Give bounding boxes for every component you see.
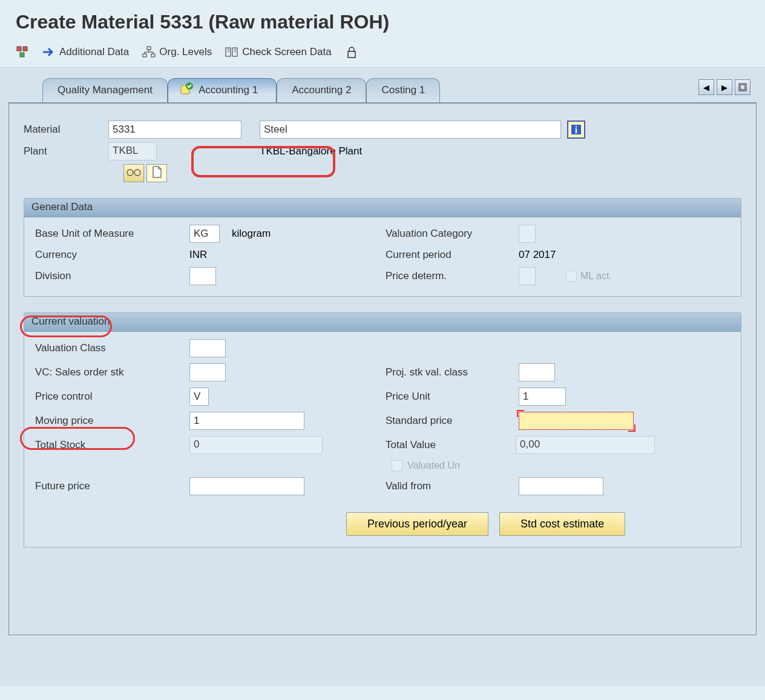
page-button[interactable] [146,164,167,182]
svg-rect-8 [348,51,355,58]
std-price-input[interactable] [519,412,634,430]
currency-value: INR [189,249,207,261]
valuation-class-input[interactable] [189,339,226,357]
svg-rect-6 [226,48,231,56]
tab-scroll-left[interactable]: ◀ [698,79,714,95]
lock-icon [345,45,358,59]
plant-label: Plant [24,145,108,157]
svg-point-15 [127,170,133,176]
svg-rect-2 [20,53,24,57]
org-levels-button[interactable]: Org. Levels [142,45,212,59]
svg-rect-7 [232,48,237,56]
previous-period-button[interactable]: Previous period/year [346,512,488,536]
valuation-category-label: Valuation Category [386,228,513,240]
tab-accounting-1[interactable]: Accounting 1 [168,78,277,102]
tab-costing-1[interactable]: Costing 1 [366,78,440,102]
current-period-value: 07 2017 [519,249,556,261]
plant-desc: TKBL-Bangalore Plant [260,145,362,157]
general-data-group: General Data Base Unit of Measure kilogr… [24,198,741,297]
total-stock-value: 0 [189,436,323,454]
moving-price-label: Moving price [35,415,183,427]
svg-rect-3 [147,47,151,50]
tab-accounting-2[interactable]: Accounting 2 [277,78,366,102]
tab-scroll-right[interactable]: ▶ [717,79,732,95]
additional-data-label: Additional Data [59,46,129,58]
lock-button[interactable] [345,45,358,59]
moving-price-input[interactable] [189,412,304,430]
toolbar: Additional Data Org. Levels Check Screen… [0,39,765,68]
svg-rect-4 [143,54,146,57]
plant-value: TKBL [108,142,157,160]
material-label: Material [24,124,108,136]
material-desc-input[interactable] [260,121,561,139]
current-period-label: Current period [386,249,513,261]
price-determ-label: Price determ. [386,270,513,282]
tab-content-accounting1: Material i Plant TKBL TKBL-Bangalore Pla… [8,102,757,635]
total-value-value: 0,00 [516,436,655,454]
svg-rect-1 [23,47,27,51]
total-stock-label: Total Stock [35,439,183,451]
info-icon[interactable]: i [567,121,585,139]
std-price-label: Standard price [386,415,513,427]
vc-sales-label: VC: Sales order stk [35,366,183,378]
price-unit-input[interactable] [519,388,566,406]
page-icon [151,166,162,180]
material-input[interactable] [108,121,241,139]
std-cost-estimate-button[interactable]: Std cost estimate [499,512,625,536]
price-unit-label: Price Unit [386,391,513,403]
price-determ-value [519,267,536,285]
check-screen-button[interactable]: Check Screen Data [225,45,331,59]
base-uom-label: Base Unit of Measure [35,228,183,240]
tab-active-icon [180,82,194,98]
ml-act-label: ML act. [580,271,612,282]
additional-data-button[interactable]: Additional Data [42,45,129,59]
hierarchy-icon [142,45,156,59]
vc-sales-input[interactable] [189,363,226,381]
svg-text:i: i [575,125,578,135]
org-levels-label: Org. Levels [159,46,212,58]
division-label: Division [35,270,183,282]
proj-stk-label: Proj. stk val. class [386,366,513,378]
tab-strip: Quality Management Accounting 1 Accounti… [8,68,757,102]
svg-rect-5 [151,54,155,57]
future-price-input[interactable] [189,477,304,495]
current-valuation-group: Current valuation Valuation Class VC: Sa… [24,312,741,547]
division-input[interactable] [189,267,216,285]
glasses-icon [126,168,142,179]
valuated-un-label: Valuated Un [407,460,460,471]
display-button[interactable] [123,164,144,182]
tab-scroll-group: ◀ ▶ [698,79,750,95]
arrow-right-icon [42,45,56,59]
proj-stk-input[interactable] [519,363,555,381]
svg-point-16 [134,170,140,176]
current-valuation-header: Current valuation [24,313,741,332]
valuation-class-label: Valuation Class [35,342,183,354]
svg-rect-12 [740,85,745,90]
total-value-label: Total Value [386,439,510,451]
price-control-input[interactable] [189,388,209,406]
base-uom-desc: kilogram [232,228,271,240]
ml-act-checkbox [566,271,577,282]
page-title: Create Material 5331 (Raw material ROH) [0,0,765,39]
check-data-icon [225,45,238,59]
check-screen-label: Check Screen Data [242,46,331,58]
valid-from-label: Valid from [386,480,513,492]
base-uom-input[interactable] [189,225,220,243]
tree-button[interactable] [16,45,29,59]
svg-rect-0 [17,47,21,51]
tab-quality-management[interactable]: Quality Management [42,78,168,102]
tree-icon [16,45,29,59]
valuation-category-value [519,225,536,243]
valid-from-input[interactable] [519,477,603,495]
future-price-label: Future price [35,480,183,492]
price-control-label: Price control [35,391,183,403]
general-data-header: General Data [24,199,741,217]
currency-label: Currency [35,249,183,261]
valuated-un-checkbox [392,460,402,471]
tab-scroll-all[interactable] [735,79,750,95]
